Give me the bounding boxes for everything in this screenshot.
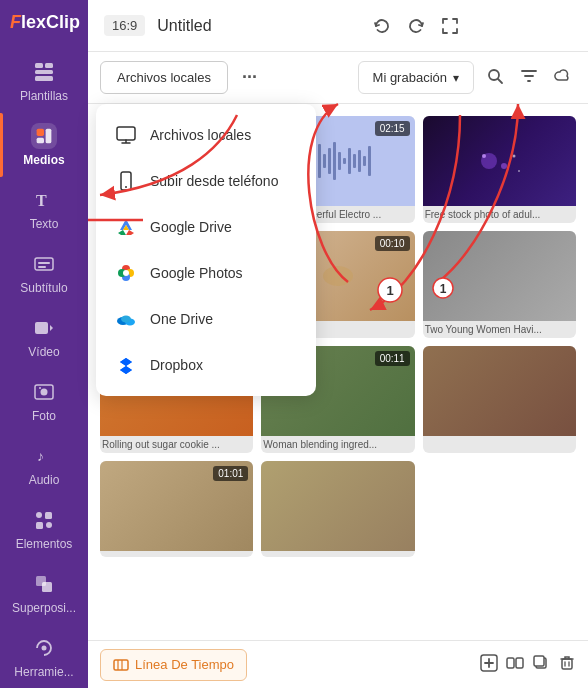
main-area: 16:9 Archivos locales ··· Mi gr bbox=[88, 0, 588, 688]
media-item[interactable]: 01:01 bbox=[100, 461, 253, 557]
sidebar-item-label: Superposi... bbox=[12, 601, 76, 615]
sidebar-item-label: Herramie... bbox=[14, 665, 73, 679]
phone-icon bbox=[114, 169, 138, 193]
toolbar-wrapper: Archivos locales ··· Mi grabación ▾ bbox=[88, 52, 588, 104]
timeline-button[interactable]: Línea De Tiempo bbox=[100, 649, 247, 681]
sidebar-item-foto[interactable]: Foto bbox=[0, 369, 88, 433]
svg-rect-83 bbox=[114, 660, 128, 670]
svg-rect-73 bbox=[353, 154, 356, 168]
svg-marker-42 bbox=[120, 358, 132, 366]
svg-rect-9 bbox=[38, 262, 50, 264]
sidebar-item-label: Texto bbox=[30, 217, 59, 231]
svg-point-40 bbox=[121, 316, 131, 323]
search-button[interactable] bbox=[482, 63, 508, 93]
video-icon bbox=[31, 315, 57, 341]
sidebar-item-label: Audio bbox=[29, 473, 60, 487]
tab-archivos-locales[interactable]: Archivos locales bbox=[100, 61, 228, 94]
svg-point-15 bbox=[39, 387, 41, 389]
toolbar-right: Mi grabación ▾ bbox=[358, 61, 576, 94]
cloud-button[interactable] bbox=[550, 63, 576, 93]
title-input[interactable] bbox=[157, 17, 357, 35]
media-item[interactable]: Two Young Women Havi... bbox=[423, 231, 576, 338]
duration-badge: 01:01 bbox=[213, 466, 248, 481]
medios-icon bbox=[31, 123, 57, 149]
svg-rect-72 bbox=[348, 148, 351, 174]
sidebar-item-video[interactable]: Vídeo bbox=[0, 305, 88, 369]
duration-badge: 00:10 bbox=[375, 236, 410, 251]
svg-point-23 bbox=[42, 646, 47, 651]
dropdown-item-subir-telefono[interactable]: Subir desde teléfono bbox=[96, 158, 316, 204]
sidebar-item-medios[interactable]: Medios bbox=[0, 113, 88, 177]
svg-rect-75 bbox=[363, 156, 366, 166]
svg-point-79 bbox=[501, 163, 507, 169]
sidebar-item-superposicion[interactable]: Superposi... bbox=[0, 561, 88, 625]
redo-button[interactable] bbox=[403, 13, 429, 39]
duplicate-button[interactable] bbox=[532, 654, 550, 676]
svg-rect-68 bbox=[328, 148, 331, 174]
svg-marker-44 bbox=[126, 366, 132, 374]
dropdown-overlay: Archivos locales Subir desde teléfono bbox=[88, 104, 316, 396]
add-clip-button[interactable] bbox=[480, 654, 498, 676]
svg-rect-69 bbox=[333, 142, 336, 180]
dropdown-item-dropbox[interactable]: Dropbox bbox=[96, 342, 316, 388]
split-button[interactable] bbox=[506, 654, 524, 676]
timeline-bar: Línea De Tiempo bbox=[88, 640, 588, 688]
foto-icon bbox=[31, 379, 57, 405]
filter-button[interactable] bbox=[516, 63, 542, 93]
svg-line-25 bbox=[498, 79, 502, 83]
sidebar-item-label: Vídeo bbox=[28, 345, 59, 359]
svg-marker-12 bbox=[50, 325, 53, 331]
svg-text:T: T bbox=[36, 192, 47, 209]
sidebar-item-label: Medios bbox=[23, 153, 64, 167]
fullscreen-button[interactable] bbox=[437, 13, 463, 39]
svg-point-20 bbox=[46, 522, 52, 528]
header: 16:9 bbox=[88, 0, 588, 52]
sidebar: FlexClip Plantillas Medios bbox=[0, 0, 88, 688]
subtitulo-icon bbox=[31, 251, 57, 277]
svg-point-80 bbox=[513, 155, 516, 158]
texto-icon: T bbox=[31, 187, 57, 213]
gphotos-icon bbox=[114, 261, 138, 285]
svg-marker-31 bbox=[126, 230, 134, 235]
toolbar: Archivos locales ··· Mi grabación ▾ bbox=[88, 52, 588, 104]
dropdown-item-google-drive[interactable]: Google Drive bbox=[96, 204, 316, 250]
svg-rect-0 bbox=[35, 63, 43, 68]
media-label: Two Young Women Havi... bbox=[423, 321, 576, 338]
sidebar-item-label: Elementos bbox=[16, 537, 73, 551]
svg-rect-19 bbox=[36, 522, 43, 529]
monitor-icon bbox=[114, 123, 138, 147]
sidebar-item-elementos[interactable]: Elementos bbox=[0, 497, 88, 561]
sidebar-item-herramientas[interactable]: Herramie... bbox=[0, 625, 88, 688]
svg-point-37 bbox=[123, 270, 129, 276]
tab-mi-grabacion[interactable]: Mi grabación ▾ bbox=[358, 61, 474, 94]
media-item[interactable]: Free stock photo of adul... bbox=[423, 116, 576, 223]
svg-rect-6 bbox=[46, 129, 52, 144]
svg-point-81 bbox=[518, 170, 520, 172]
media-item[interactable] bbox=[423, 346, 576, 453]
media-label bbox=[423, 436, 576, 442]
svg-point-14 bbox=[41, 389, 48, 396]
svg-rect-92 bbox=[534, 656, 544, 666]
media-item[interactable] bbox=[261, 461, 414, 557]
herramientas-icon bbox=[31, 635, 57, 661]
svg-marker-30 bbox=[118, 230, 126, 235]
timeline-label: Línea De Tiempo bbox=[135, 657, 234, 672]
undo-button[interactable] bbox=[369, 13, 395, 39]
delete-button[interactable] bbox=[558, 654, 576, 676]
sidebar-item-plantillas[interactable]: Plantillas bbox=[0, 49, 88, 113]
svg-rect-10 bbox=[38, 266, 46, 268]
logo: FlexClip bbox=[0, 0, 88, 49]
sidebar-item-texto[interactable]: T Texto bbox=[0, 177, 88, 241]
svg-rect-11 bbox=[35, 322, 48, 334]
dropdown-item-google-photos[interactable]: Google Photos bbox=[96, 250, 316, 296]
dropdown-item-archivos-locales[interactable]: Archivos locales bbox=[96, 112, 316, 158]
more-options-button[interactable]: ··· bbox=[236, 63, 263, 92]
dropdown-item-one-drive[interactable]: One Drive bbox=[96, 296, 316, 342]
media-label: Woman blending ingred... bbox=[261, 436, 414, 453]
media-label: Free stock photo of adul... bbox=[423, 206, 576, 223]
sidebar-item-subtitulo[interactable]: Subtítulo bbox=[0, 241, 88, 305]
sidebar-item-audio[interactable]: ♪ Audio bbox=[0, 433, 88, 497]
svg-rect-66 bbox=[318, 144, 321, 178]
timeline-actions bbox=[480, 654, 576, 676]
header-actions bbox=[369, 13, 463, 39]
